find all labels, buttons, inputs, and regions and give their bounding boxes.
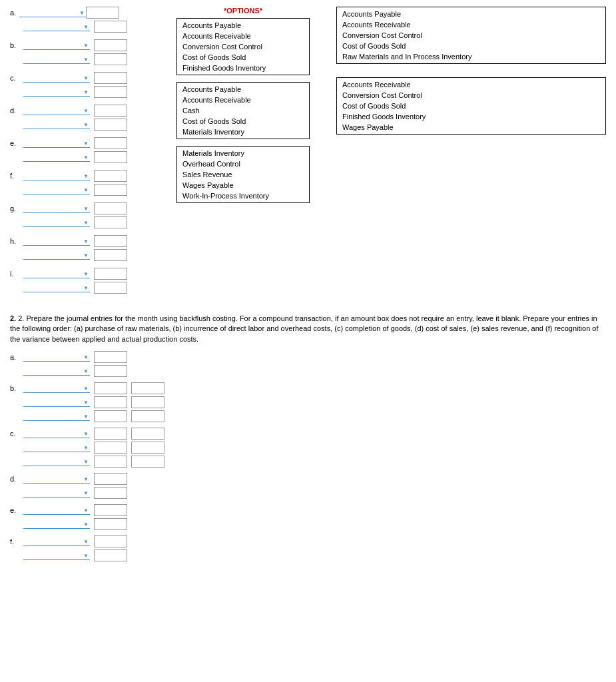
input-c2[interactable] bbox=[94, 86, 127, 98]
s2-input-a2[interactable] bbox=[94, 365, 127, 377]
select-b1-wrapper[interactable] bbox=[23, 41, 90, 50]
select-i2[interactable] bbox=[23, 284, 90, 292]
input-i2[interactable] bbox=[94, 282, 127, 294]
input-b2[interactable] bbox=[94, 53, 127, 65]
s2-select-e1[interactable] bbox=[23, 506, 90, 515]
select-b2-wrapper[interactable] bbox=[23, 55, 90, 64]
s2-input-b3[interactable] bbox=[94, 410, 127, 422]
s2-select-a2-wrapper[interactable] bbox=[23, 367, 90, 376]
s2-select-b3[interactable] bbox=[23, 412, 90, 421]
s2-select-c1-wrapper[interactable] bbox=[23, 430, 90, 438]
input-i1[interactable] bbox=[94, 268, 127, 280]
s2-select-f1-wrapper[interactable] bbox=[23, 537, 90, 546]
s2-select-c2-wrapper[interactable] bbox=[23, 444, 90, 452]
input-h2[interactable] bbox=[94, 249, 127, 261]
select-h2-wrapper[interactable] bbox=[23, 251, 90, 260]
s2-select-b2-wrapper[interactable] bbox=[23, 398, 90, 407]
s2-input-c3b[interactable] bbox=[131, 456, 164, 468]
select-a2[interactable] bbox=[23, 23, 90, 31]
s2-input-d1[interactable] bbox=[94, 473, 127, 485]
s2-input-c2[interactable] bbox=[94, 442, 127, 454]
select-h1-wrapper[interactable] bbox=[23, 237, 90, 246]
input-c1[interactable] bbox=[94, 72, 127, 84]
s2-input-b2b[interactable] bbox=[131, 396, 164, 408]
s2-select-f1[interactable] bbox=[23, 537, 90, 546]
s2-select-c2[interactable] bbox=[23, 444, 90, 452]
select-d1-wrapper[interactable] bbox=[23, 107, 90, 115]
s2-select-b3-wrapper[interactable] bbox=[23, 412, 90, 421]
select-d2-wrapper[interactable] bbox=[23, 121, 90, 129]
input-f1[interactable] bbox=[94, 170, 127, 182]
select-g2[interactable] bbox=[23, 218, 90, 227]
s2-input-b1[interactable] bbox=[94, 382, 127, 394]
select-c1-wrapper[interactable] bbox=[23, 74, 90, 83]
select-e2-wrapper[interactable] bbox=[23, 153, 90, 162]
input-h1[interactable] bbox=[94, 235, 127, 247]
select-a1[interactable] bbox=[19, 9, 86, 17]
s2-select-d1-wrapper[interactable] bbox=[23, 475, 90, 484]
s2-input-e1[interactable] bbox=[94, 504, 127, 516]
input-e1[interactable] bbox=[94, 137, 127, 149]
select-f1-wrapper[interactable] bbox=[23, 172, 90, 180]
s2-input-f1[interactable] bbox=[94, 535, 127, 547]
select-g1[interactable] bbox=[23, 204, 90, 213]
select-e1[interactable] bbox=[23, 139, 90, 148]
s2-select-e1-wrapper[interactable] bbox=[23, 506, 90, 515]
select-a1-wrapper[interactable] bbox=[19, 9, 86, 17]
s2-input-c2b[interactable] bbox=[131, 442, 164, 454]
select-d2[interactable] bbox=[23, 121, 90, 129]
s2-input-c1b[interactable] bbox=[131, 428, 164, 440]
select-c2-wrapper[interactable] bbox=[23, 88, 90, 97]
input-g2[interactable] bbox=[94, 216, 127, 228]
s2-select-e2-wrapper[interactable] bbox=[23, 520, 90, 529]
input-g1[interactable] bbox=[94, 202, 127, 214]
select-i1[interactable] bbox=[23, 270, 90, 278]
select-d1[interactable] bbox=[23, 107, 90, 115]
select-h1[interactable] bbox=[23, 237, 90, 246]
s2-select-d1[interactable] bbox=[23, 475, 90, 484]
s2-select-a1[interactable] bbox=[23, 353, 90, 362]
select-h2[interactable] bbox=[23, 251, 90, 260]
s2-select-b1-wrapper[interactable] bbox=[23, 384, 90, 393]
s2-input-f2[interactable] bbox=[94, 549, 127, 561]
select-c1[interactable] bbox=[23, 74, 90, 83]
s2-input-a1[interactable] bbox=[94, 351, 127, 363]
s2-select-a1-wrapper[interactable] bbox=[23, 353, 90, 362]
s2-input-b1b[interactable] bbox=[131, 382, 164, 394]
s2-select-f2-wrapper[interactable] bbox=[23, 551, 90, 560]
input-e2[interactable] bbox=[94, 151, 127, 163]
s2-select-d2-wrapper[interactable] bbox=[23, 489, 90, 498]
select-b2[interactable] bbox=[23, 55, 90, 64]
s2-input-e2[interactable] bbox=[94, 518, 127, 530]
select-f2-wrapper[interactable] bbox=[23, 186, 90, 194]
s2-select-c3[interactable] bbox=[23, 458, 90, 466]
select-i2-wrapper[interactable] bbox=[23, 284, 90, 292]
s2-select-a2[interactable] bbox=[23, 367, 90, 376]
s2-input-c1[interactable] bbox=[94, 428, 127, 440]
select-g2-wrapper[interactable] bbox=[23, 218, 90, 227]
select-e2[interactable] bbox=[23, 153, 90, 162]
s2-select-d2[interactable] bbox=[23, 489, 90, 498]
select-f2[interactable] bbox=[23, 186, 90, 194]
select-f1[interactable] bbox=[23, 172, 90, 180]
s2-input-c3[interactable] bbox=[94, 456, 127, 468]
s2-select-f2[interactable] bbox=[23, 551, 90, 560]
s2-select-c3-wrapper[interactable] bbox=[23, 458, 90, 466]
s2-select-e2[interactable] bbox=[23, 520, 90, 529]
s2-select-c1[interactable] bbox=[23, 430, 90, 438]
input-a2[interactable] bbox=[94, 21, 127, 33]
s2-select-b2[interactable] bbox=[23, 398, 90, 407]
select-i1-wrapper[interactable] bbox=[23, 270, 90, 278]
input-a1[interactable] bbox=[86, 7, 119, 19]
s2-input-d2[interactable] bbox=[94, 487, 127, 499]
s2-input-b3b[interactable] bbox=[131, 410, 164, 422]
s2-select-b1[interactable] bbox=[23, 384, 90, 393]
input-f2[interactable] bbox=[94, 184, 127, 196]
select-c2[interactable] bbox=[23, 88, 90, 97]
s2-input-b2[interactable] bbox=[94, 396, 127, 408]
input-d2[interactable] bbox=[94, 119, 127, 131]
select-a2-wrapper[interactable] bbox=[23, 23, 90, 31]
select-b1[interactable] bbox=[23, 41, 90, 50]
input-b1[interactable] bbox=[94, 39, 127, 51]
select-g1-wrapper[interactable] bbox=[23, 204, 90, 213]
